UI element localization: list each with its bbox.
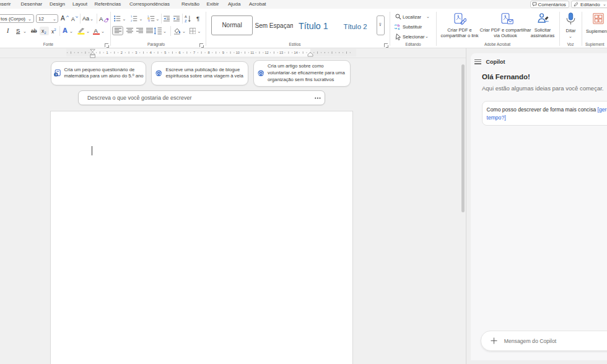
svg-text:13: 13 [279,51,283,54]
svg-text:10: 10 [236,51,240,54]
svg-text:9: 9 [222,51,224,54]
svg-text:7: 7 [193,51,195,54]
svg-text:12: 12 [264,51,268,54]
svg-text:5: 5 [164,51,166,54]
svg-text:14: 14 [294,51,297,54]
svg-text:11: 11 [250,51,254,54]
svg-text:4: 4 [150,51,152,54]
svg-text:2: 2 [121,51,123,54]
svg-text:6: 6 [179,51,181,54]
svg-text:1: 1 [106,51,108,54]
svg-text:8: 8 [207,51,209,54]
svg-text:3: 3 [135,51,137,54]
